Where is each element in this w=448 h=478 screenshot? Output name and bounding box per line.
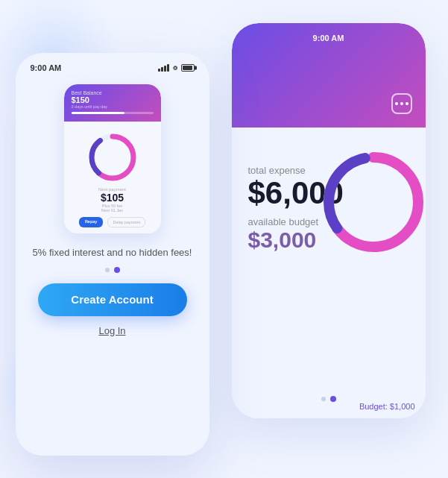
front-pagination-dot-1 [105,268,110,272]
mini-progress-fill [72,112,125,114]
mini-donut-chart [86,131,139,183]
mini-payment-date: Next 01 Jan [101,208,123,213]
budget-footer: Budget: $1,000 [359,402,415,411]
tagline-text: 5% fixed interest and no hidden fees! [33,247,192,258]
create-account-button[interactable]: Create Account [38,283,187,316]
phone-back-header: 9:00 AM [232,23,426,128]
create-account-label: Create Account [71,293,153,306]
phone-front: 9:00 AM ⌾ Best Balance $150 3 days until… [16,53,209,456]
mini-delay-button[interactable]: Delay payment [107,217,145,227]
dot-2 [400,102,403,105]
login-link[interactable]: Log In [98,325,125,336]
mini-action-buttons: Repay Delay payment [79,217,145,227]
mini-phone-mockup: Best Balance $150 3 days until pay day [64,84,161,233]
mini-pay-button[interactable]: Repay [79,217,104,227]
mini-card-label: Best Balance [72,90,154,95]
mini-progress-bar [72,112,154,114]
back-phone-time: 9:00 AM [313,34,344,43]
phone-back-body: total expense $6,000 available budget $3… [232,128,426,418]
front-phone-time: 9:00 AM [31,63,62,72]
signal-icon [158,64,169,72]
front-pagination [105,267,120,273]
mini-card-sub: 3 days until pay day [72,104,154,109]
dot-1 [395,102,398,105]
mini-payment-amount: $105 [101,192,124,204]
pagination-dot-1 [321,397,326,401]
mini-phone-header: Best Balance $150 3 days until pay day [64,84,161,122]
donut-chart [314,142,426,262]
battery-icon [181,64,195,72]
pagination-dot-2-active [330,396,336,402]
mini-card-amount: $150 [72,95,154,104]
front-phone-body: Best Balance $150 3 days until pay day [16,77,209,447]
front-status-bar: 9:00 AM ⌾ [16,53,209,77]
scene: 9:00 AM total expense [8,8,441,471]
phone-back: 9:00 AM total expense [232,23,426,418]
dot-3 [406,102,408,105]
mini-phone-body: Next payment $105 Plus 50 fee Next 01 Ja… [64,122,161,233]
front-pagination-dot-2-active [114,267,120,273]
back-pagination [321,396,336,402]
status-icons: ⌾ [158,63,195,72]
dots-menu-button[interactable] [391,93,412,114]
wifi-icon: ⌾ [173,63,177,72]
